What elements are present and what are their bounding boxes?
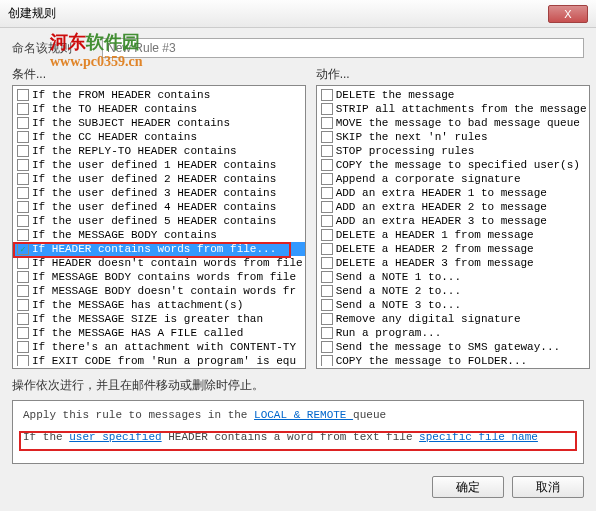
condition-item[interactable]: If there's an attachment with CONTENT-TY bbox=[15, 340, 305, 354]
rule-name-input[interactable] bbox=[102, 38, 584, 58]
action-item[interactable]: ADD an extra HEADER 2 to message bbox=[319, 200, 589, 214]
condition-item[interactable]: If the MESSAGE has attachment(s) bbox=[15, 298, 305, 312]
action-item[interactable]: Send a NOTE 3 to... bbox=[319, 298, 589, 312]
checkbox-icon[interactable] bbox=[17, 201, 29, 213]
action-item[interactable]: DELETE a HEADER 3 from message bbox=[319, 256, 589, 270]
condition-item[interactable]: If the TO HEADER contains bbox=[15, 102, 305, 116]
action-text: DELETE a HEADER 2 from message bbox=[336, 243, 534, 255]
checkbox-icon[interactable] bbox=[17, 187, 29, 199]
actions-header: 动作... bbox=[316, 66, 590, 83]
checkbox-icon[interactable] bbox=[321, 215, 333, 227]
condition-item[interactable]: If MESSAGE BODY contains words from file bbox=[15, 270, 305, 284]
action-item[interactable]: Send a NOTE 2 to... bbox=[319, 284, 589, 298]
condition-item[interactable]: If MESSAGE BODY doesn't contain words fr bbox=[15, 284, 305, 298]
checkbox-icon[interactable] bbox=[321, 271, 333, 283]
checkbox-icon[interactable] bbox=[17, 229, 29, 241]
action-item[interactable]: Send the message to SMS gateway... bbox=[319, 340, 589, 354]
checkbox-icon[interactable] bbox=[17, 285, 29, 297]
action-item[interactable]: ADD an extra HEADER 1 to message bbox=[319, 186, 589, 200]
checkbox-icon[interactable]: ✓ bbox=[17, 243, 29, 255]
titlebar: 创建规则 X bbox=[0, 0, 596, 28]
condition-item[interactable]: If the user defined 5 HEADER contains bbox=[15, 214, 305, 228]
queue-link[interactable]: LOCAL & REMOTE bbox=[254, 409, 353, 421]
checkbox-icon[interactable] bbox=[321, 257, 333, 269]
condition-text: If the CC HEADER contains bbox=[32, 131, 197, 143]
action-item[interactable]: STOP processing rules bbox=[319, 144, 589, 158]
checkbox-icon[interactable] bbox=[321, 229, 333, 241]
action-item[interactable]: DELETE a HEADER 1 from message bbox=[319, 228, 589, 242]
checkbox-icon[interactable] bbox=[17, 173, 29, 185]
condition-item[interactable]: If the user defined 4 HEADER contains bbox=[15, 200, 305, 214]
condition-text: If EXIT CODE from 'Run a program' is equ bbox=[32, 355, 296, 366]
condition-item[interactable]: If the MESSAGE SIZE is greater than bbox=[15, 312, 305, 326]
action-item[interactable]: STRIP all attachments from the message bbox=[319, 102, 589, 116]
condition-item[interactable]: If EXIT CODE from 'Run a program' is equ bbox=[15, 354, 305, 366]
action-item[interactable]: ADD an extra HEADER 3 to message bbox=[319, 214, 589, 228]
ok-button[interactable]: 确定 bbox=[432, 476, 504, 498]
condition-item[interactable]: If the FROM HEADER contains bbox=[15, 88, 305, 102]
condition-text: If HEADER doesn't contain words from fil… bbox=[32, 257, 303, 269]
condition-item[interactable]: If the REPLY-TO HEADER contains bbox=[15, 144, 305, 158]
checkbox-icon[interactable] bbox=[17, 117, 29, 129]
checkbox-icon[interactable] bbox=[321, 103, 333, 115]
checkbox-icon[interactable] bbox=[321, 355, 333, 366]
checkbox-icon[interactable] bbox=[321, 285, 333, 297]
action-item[interactable]: COPY the message to FOLDER... bbox=[319, 354, 589, 366]
checkbox-icon[interactable] bbox=[321, 173, 333, 185]
condition-item[interactable]: If the user defined 1 HEADER contains bbox=[15, 158, 305, 172]
action-item[interactable]: Append a corporate signature bbox=[319, 172, 589, 186]
checkbox-icon[interactable] bbox=[321, 201, 333, 213]
action-item[interactable]: Run a program... bbox=[319, 326, 589, 340]
checkbox-icon[interactable] bbox=[17, 257, 29, 269]
checkbox-icon[interactable] bbox=[321, 131, 333, 143]
checkbox-icon[interactable] bbox=[321, 299, 333, 311]
rule-preview-line1: Apply this rule to messages in the LOCAL… bbox=[23, 409, 573, 421]
checkbox-icon[interactable] bbox=[321, 145, 333, 157]
checkbox-icon[interactable] bbox=[321, 117, 333, 129]
cancel-button[interactable]: 取消 bbox=[512, 476, 584, 498]
checkbox-icon[interactable] bbox=[321, 327, 333, 339]
close-button[interactable]: X bbox=[548, 5, 588, 23]
action-item[interactable]: Remove any digital signature bbox=[319, 312, 589, 326]
checkbox-icon[interactable] bbox=[321, 187, 333, 199]
checkbox-icon[interactable] bbox=[17, 355, 29, 366]
checkbox-icon[interactable] bbox=[17, 89, 29, 101]
action-text: Remove any digital signature bbox=[336, 313, 521, 325]
checkbox-icon[interactable] bbox=[321, 313, 333, 325]
checkbox-icon[interactable] bbox=[321, 89, 333, 101]
action-text: STOP processing rules bbox=[336, 145, 475, 157]
action-item[interactable]: COPY the message to specified user(s) bbox=[319, 158, 589, 172]
action-item[interactable]: DELETE a HEADER 2 from message bbox=[319, 242, 589, 256]
checkbox-icon[interactable] bbox=[17, 313, 29, 325]
condition-text: If the user defined 3 HEADER contains bbox=[32, 187, 276, 199]
user-specified-link[interactable]: user specified bbox=[69, 431, 161, 443]
condition-item[interactable]: If the SUBJECT HEADER contains bbox=[15, 116, 305, 130]
checkbox-icon[interactable] bbox=[321, 159, 333, 171]
checkbox-icon[interactable] bbox=[17, 159, 29, 171]
condition-item[interactable]: If the MESSAGE HAS A FILE called bbox=[15, 326, 305, 340]
actions-listbox[interactable]: DELETE the messageSTRIP all attachments … bbox=[316, 85, 590, 369]
checkbox-icon[interactable] bbox=[17, 103, 29, 115]
condition-item[interactable]: ✓If HEADER contains words from file... bbox=[15, 242, 305, 256]
conditions-listbox[interactable]: If the FROM HEADER containsIf the TO HEA… bbox=[12, 85, 306, 369]
condition-item[interactable]: If the user defined 2 HEADER contains bbox=[15, 172, 305, 186]
checkbox-icon[interactable] bbox=[17, 215, 29, 227]
condition-item[interactable]: If the CC HEADER contains bbox=[15, 130, 305, 144]
checkbox-icon[interactable] bbox=[321, 341, 333, 353]
checkbox-icon[interactable] bbox=[17, 131, 29, 143]
action-item[interactable]: DELETE the message bbox=[319, 88, 589, 102]
checkbox-icon[interactable] bbox=[17, 299, 29, 311]
condition-item[interactable]: If the MESSAGE BODY contains bbox=[15, 228, 305, 242]
file-name-link[interactable]: specific file name bbox=[419, 431, 538, 443]
condition-item[interactable]: If the user defined 3 HEADER contains bbox=[15, 186, 305, 200]
action-item[interactable]: Send a NOTE 1 to... bbox=[319, 270, 589, 284]
condition-text: If the MESSAGE HAS A FILE called bbox=[32, 327, 243, 339]
action-item[interactable]: SKIP the next 'n' rules bbox=[319, 130, 589, 144]
checkbox-icon[interactable] bbox=[17, 145, 29, 157]
checkbox-icon[interactable] bbox=[321, 243, 333, 255]
checkbox-icon[interactable] bbox=[17, 271, 29, 283]
action-item[interactable]: MOVE the message to bad message queue bbox=[319, 116, 589, 130]
checkbox-icon[interactable] bbox=[17, 327, 29, 339]
condition-item[interactable]: If HEADER doesn't contain words from fil… bbox=[15, 256, 305, 270]
checkbox-icon[interactable] bbox=[17, 341, 29, 353]
